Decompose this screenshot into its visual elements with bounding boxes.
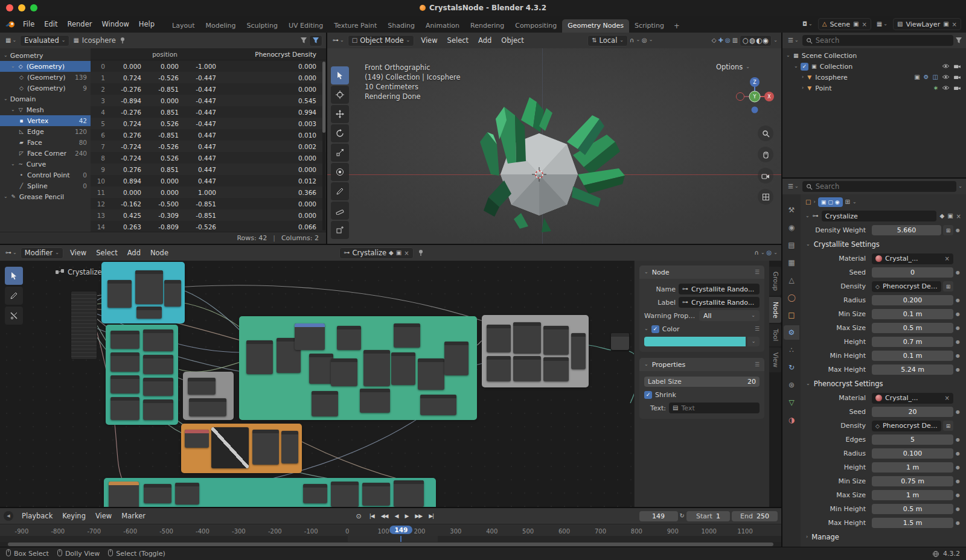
graph-node[interactable] — [164, 280, 181, 307]
graph-node[interactable] — [360, 389, 390, 413]
menu-file[interactable]: File — [18, 18, 39, 30]
shading-rendered[interactable]: ◉ — [763, 36, 769, 45]
spreadsheet-tree-item-geometry[interactable]: ⌄◇(Geometry) — [0, 61, 91, 72]
transport-jump-to-end[interactable]: ▶| — [426, 512, 437, 520]
tool-links-cut[interactable] — [5, 307, 23, 325]
editor-type-outliner-icon[interactable]: ☰⌄ — [786, 37, 801, 43]
table-row[interactable]: 130.425-0.309-0.8510.000 — [91, 209, 326, 221]
shading-material-preview[interactable]: ◐ — [756, 36, 762, 45]
graph-node[interactable] — [143, 329, 173, 351]
color-presets-dropdown[interactable]: ⌄ — [747, 337, 760, 346]
copy-viewlayer-icon[interactable]: ▣ — [943, 21, 948, 27]
field-height[interactable]: 0.7 m — [872, 337, 953, 347]
graph-node[interactable] — [543, 357, 569, 381]
graph-node[interactable] — [363, 350, 390, 386]
properties-tab-render[interactable]: ◉ — [784, 220, 799, 235]
disable-in-renders-icon[interactable] — [953, 84, 961, 92]
editor-type-properties-icon[interactable]: ☰⌄ — [786, 183, 801, 189]
browse-viewlayer-icon[interactable]: ▦⌄ — [875, 21, 889, 27]
animate-dot[interactable]: ● — [953, 409, 962, 415]
graph-node[interactable] — [331, 482, 359, 507]
properties-tab-modifiers[interactable]: ⚙ — [784, 325, 799, 340]
graph-node[interactable] — [109, 482, 139, 507]
object-data-icon[interactable]: ∗ — [933, 85, 938, 91]
filter-funnel-icon[interactable] — [955, 37, 962, 44]
spreadsheet-tree-item-domain[interactable]: ⌄Domain — [0, 94, 91, 104]
graph-node[interactable] — [185, 430, 209, 448]
mode-dropdown[interactable]: □ Object Mode ⌄ — [348, 35, 415, 46]
node-name-field[interactable]: ⊶ Crystallite Rando... — [679, 284, 760, 294]
node-frame-orange[interactable] — [181, 424, 302, 473]
label-size-field[interactable]: Label Size 20 — [644, 377, 760, 387]
tool-rotate[interactable] — [331, 124, 349, 142]
hide-in-viewport-icon[interactable] — [942, 84, 950, 92]
node-menu-view[interactable]: View — [65, 247, 91, 259]
modifier-name-field[interactable]: Crystalize — [822, 211, 937, 221]
current-frame-line[interactable] — [400, 536, 401, 542]
properties-tab-physics[interactable]: ↻ — [784, 360, 799, 375]
table-row[interactable]: 140.263-0.809-0.5260.066 — [91, 221, 326, 232]
filter-funnel-icon[interactable] — [300, 37, 307, 44]
tool-cursor[interactable] — [331, 86, 349, 104]
modifier-panel-header[interactable]: ⌄ ⊶ Crystalize ◆ ▣ × — [801, 209, 966, 223]
node-group-breadcrumb[interactable]: ⊶ Crystalize ◆ ▣ × — [339, 247, 413, 259]
spreadsheet-tree-item-geometry-139[interactable]: ◇(Geometry)139 — [0, 72, 91, 83]
navigation-gizmo[interactable]: Z X Y — [733, 75, 776, 118]
transport-jump-to-prev-keyframe[interactable]: ◀◀ — [378, 512, 391, 520]
transform-orientation-dropdown[interactable]: ⇅ Local ⌄ — [587, 35, 628, 46]
node-frame-bottom[interactable] — [104, 478, 436, 507]
npanel-tab-view[interactable]: View — [769, 348, 781, 372]
node-frame-gray-small[interactable] — [183, 372, 234, 420]
table-row[interactable]: 110.0000.0001.0000.366 — [91, 186, 326, 198]
animate-dot[interactable]: ● — [953, 228, 962, 233]
tool-scale[interactable] — [331, 144, 349, 162]
spreadsheet-tree-item-geometry-9[interactable]: ◇(Geometry)9 — [0, 83, 91, 94]
animate-dot[interactable]: ● — [953, 465, 962, 470]
zoom-window-button[interactable] — [30, 4, 37, 11]
color-checkbox[interactable]: ✓ — [651, 325, 659, 333]
modifier-extras-icon[interactable]: ⊞ — [845, 199, 850, 205]
field-min-size[interactable]: 0.1 m — [872, 309, 953, 319]
remove-modifier-icon[interactable]: × — [956, 213, 961, 220]
properties-tab-object[interactable]: □ — [784, 308, 799, 322]
field-max-height[interactable]: 1.5 m — [872, 518, 953, 528]
modifier-icon[interactable]: ⚙ — [924, 74, 929, 80]
panel-grip-icon[interactable]: ☰ — [755, 269, 760, 275]
graph-node[interactable] — [189, 398, 226, 416]
workspace-tab-scripting[interactable]: Scripting — [629, 19, 670, 33]
spreadsheet-tree-item-grease-pencil[interactable]: ⌄✎Grease Pencil — [0, 191, 91, 202]
field-material[interactable]: Crystal_...× — [872, 393, 953, 404]
field-attribute[interactable]: ◇Phenocryst Den... — [872, 281, 941, 292]
close-window-button[interactable] — [6, 4, 13, 11]
tool-select-box[interactable] — [5, 267, 23, 285]
editor-type-spreadsheet-icon[interactable]: ▦⌄ — [4, 37, 18, 43]
table-row[interactable]: 90.2760.8510.4470.000 — [91, 164, 326, 175]
graph-node[interactable] — [571, 333, 586, 369]
graph-node[interactable] — [444, 342, 469, 375]
graph-node[interactable] — [135, 270, 163, 304]
table-row[interactable]: 7-0.724-0.5260.4470.002 — [91, 141, 326, 152]
node-single[interactable] — [611, 333, 629, 350]
field-min-size[interactable]: 0.75 m — [872, 476, 953, 486]
disable-in-renders-icon[interactable] — [953, 74, 961, 81]
spreadsheet-tree-item-mesh[interactable]: ⌄▽Mesh — [0, 104, 91, 115]
graph-node[interactable] — [513, 356, 541, 381]
outliner-item-scene-collection[interactable]: ⌄▦Scene Collection — [782, 50, 966, 61]
input-attribute-toggle[interactable]: ⊞ — [943, 225, 953, 235]
field-radius[interactable]: 0.100 — [872, 448, 953, 459]
graph-node[interactable] — [143, 378, 173, 396]
table-row[interactable]: 12-0.162-0.500-0.8510.000 — [91, 198, 326, 209]
editor-corner-button[interactable]: ◀ — [4, 511, 13, 521]
node-menu-add[interactable]: Add — [123, 247, 146, 259]
graph-node[interactable] — [420, 395, 456, 415]
chevron-right-icon[interactable]: › — [802, 75, 804, 80]
field-seed[interactable]: 0 — [872, 267, 953, 278]
disable-in-renders-icon[interactable] — [953, 63, 961, 71]
workspace-tab-shading[interactable]: Shading — [382, 19, 420, 33]
graph-node[interactable] — [543, 326, 569, 355]
animate-dot[interactable]: ● — [953, 492, 962, 498]
zoom-button[interactable] — [758, 126, 773, 141]
tool-annotate[interactable] — [331, 182, 349, 200]
graph-node[interactable] — [331, 358, 357, 386]
tool-transform[interactable] — [331, 163, 349, 181]
